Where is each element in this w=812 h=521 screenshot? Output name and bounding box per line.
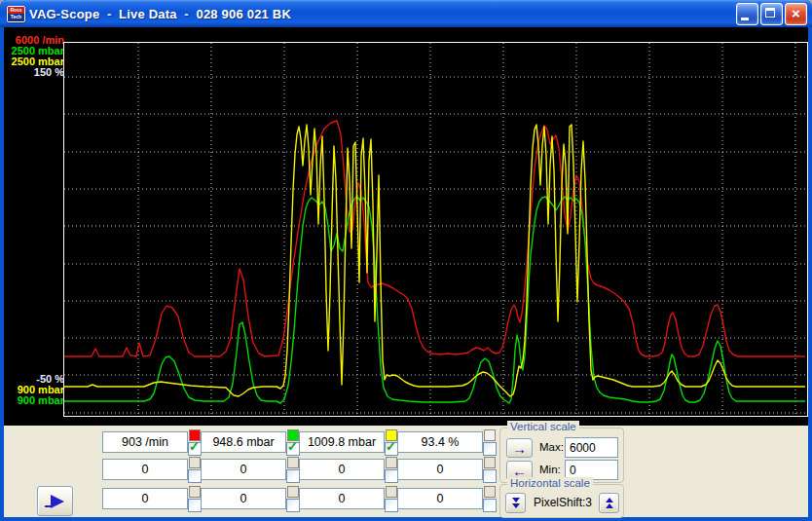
window-controls: × [736, 3, 812, 25]
axis-labels-bottom: -50 %900 mbar900 mbar [4, 374, 64, 406]
check-icon: ✓ [189, 440, 200, 453]
minimize-button[interactable] [736, 3, 758, 25]
measurement-value-r3c3[interactable]: 0 [299, 488, 385, 509]
measurement-value-r2c4[interactable]: 0 [397, 459, 483, 480]
measurement-value-r1c2[interactable]: 948.6 mbar [201, 431, 286, 453]
pixelshift-increase-button[interactable] [599, 493, 619, 513]
trace-color-swatch [484, 457, 496, 468]
trace-pressure-specified [64, 125, 805, 396]
measurement-value-r2c3[interactable]: 0 [299, 459, 385, 480]
measurement-value-r2c1[interactable]: 0 [102, 459, 188, 480]
check-icon: ✓ [287, 440, 298, 453]
min-label: Min: [539, 464, 561, 475]
measurement-value-r1c1[interactable]: 903 /min [102, 431, 188, 453]
vertical-scale-group: Vertical scale → Max: ← Min: [499, 428, 624, 483]
axis-label: 900 mbar [4, 395, 64, 406]
trace-visibility-checkbox[interactable] [483, 469, 497, 483]
trace-visibility-checkbox[interactable] [483, 499, 497, 512]
maximize-button[interactable] [760, 3, 783, 25]
minimize-icon [741, 18, 749, 20]
trace-visibility-checkbox[interactable] [385, 469, 398, 483]
trace-visibility-checkbox[interactable] [286, 499, 300, 512]
horizontal-scale-title: Horizontal scale [507, 477, 593, 489]
trace-color-swatch [386, 457, 397, 468]
plot-area [63, 42, 808, 417]
window-title: VAG-Scope - Live Data - 028 906 021 BK [29, 7, 291, 21]
left-arrow-icon: ← [512, 464, 527, 478]
trace-visibility-checkbox[interactable]: ✓ [188, 442, 202, 456]
ross-tech-icon-bottom: Tech [8, 14, 24, 21]
trace-color-swatch [189, 486, 201, 498]
measurement-value-r1c3[interactable]: 1009.8 mbar [299, 431, 385, 453]
maximize-icon [765, 8, 775, 18]
measurement-value-r3c4[interactable]: 0 [397, 488, 483, 509]
play-icon [44, 493, 66, 510]
trace-visibility-checkbox[interactable] [286, 469, 300, 483]
trace-color-swatch [484, 486, 496, 498]
horizontal-scale-group: Horizontal scale PixelShift:3 [499, 484, 624, 518]
scope-area: 6000 /min2500 mbar2500 mbar150 % -50 %90… [4, 27, 808, 426]
measurement-value-r3c2[interactable]: 0 [201, 488, 286, 509]
right-arrow-icon: → [512, 441, 527, 456]
trace-color-swatch [189, 457, 201, 468]
pixelshift-label: PixelShift:3 [528, 496, 598, 509]
trace-visibility-checkbox[interactable] [385, 499, 398, 512]
scope-plot-svg [64, 43, 807, 416]
double-up-arrow-icon [606, 498, 613, 508]
trace-visibility-checkbox[interactable] [188, 469, 202, 483]
trace-color-swatch [484, 429, 496, 441]
trace-color-swatch [287, 486, 299, 498]
play-button[interactable] [37, 486, 73, 516]
vag-scope-window: Ross Tech VAG-Scope - Live Data - 028 90… [0, 0, 812, 521]
title-bar: Ross Tech VAG-Scope - Live Data - 028 90… [0, 0, 812, 27]
axis-label: 150 % [4, 67, 64, 78]
check-icon: ✓ [386, 440, 396, 453]
ross-tech-icon: Ross Tech [7, 6, 25, 22]
measurement-value-r2c2[interactable]: 0 [201, 459, 286, 480]
trace-visibility-checkbox[interactable] [188, 499, 202, 512]
double-down-arrow-icon [512, 498, 520, 508]
trace-engine-speed [64, 121, 805, 356]
scale-shift-right-button[interactable]: → [506, 438, 533, 458]
close-button[interactable]: × [785, 3, 807, 25]
max-input[interactable] [565, 437, 618, 458]
trace-visibility-checkbox[interactable]: ✓ [385, 442, 398, 456]
trace-color-swatch [287, 457, 299, 468]
trace-visibility-checkbox[interactable]: ✓ [286, 442, 300, 456]
max-label: Max: [539, 441, 564, 453]
trace-pressure-actual [64, 197, 805, 403]
axis-labels-top: 6000 /min2500 mbar2500 mbar150 % [4, 35, 64, 78]
trace-color-swatch [386, 486, 397, 498]
pixelshift-decrease-button[interactable] [505, 493, 526, 513]
ross-tech-icon-top: Ross [8, 7, 24, 15]
trace-visibility-checkbox[interactable] [483, 442, 497, 456]
vertical-scale-title: Vertical scale [507, 421, 579, 432]
control-panel: 903 /min✓948.6 mbar✓1009.8 mbar✓93.4 %00… [4, 426, 808, 517]
close-icon: × [786, 4, 806, 24]
measurement-value-r3c1[interactable]: 0 [102, 488, 188, 509]
measurement-value-r1c4[interactable]: 93.4 % [397, 431, 483, 453]
